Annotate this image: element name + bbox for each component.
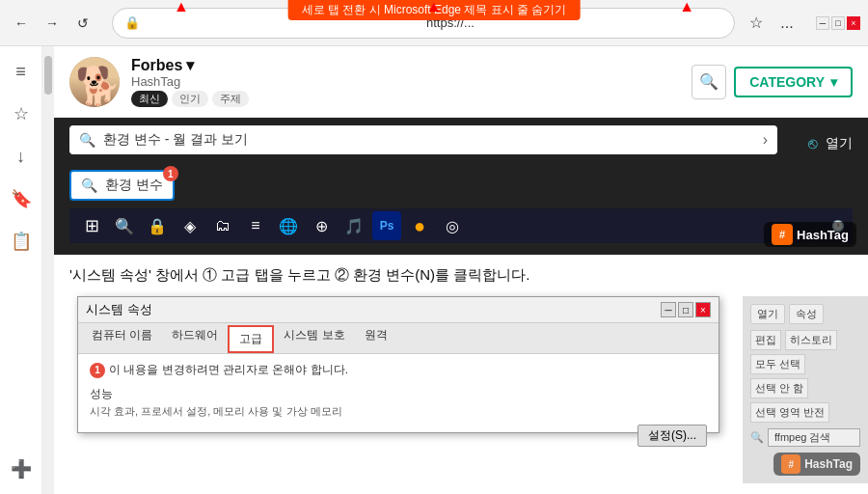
taskbar-chrome-icon[interactable]: ◎ [438,211,467,240]
taskbar-orange-icon[interactable]: ● [405,211,434,240]
dialog-titlebar: 시스템 속성 ─ □ × [78,297,719,323]
right-hashtag: # HashTag [750,453,860,476]
popup-search-container: 🔍 환경 변수 1 [69,170,175,201]
settings-button[interactable]: 설정(S)... [637,425,707,447]
search-icon-sm: 🔍 [79,132,95,148]
category-button[interactable]: CATEGORY ▾ [734,67,853,97]
right-hashtag-logo: # [781,454,800,474]
tab-system-protection[interactable]: 시스템 보호 [274,323,354,353]
right-hashtag-name: HashTag [804,457,853,471]
dialog-controls: ─ □ × [661,302,711,317]
close-button[interactable]: × [847,16,860,30]
forbes-subtitle: HashTag [131,74,692,89]
taskbar-plus-icon[interactable]: ⊕ [307,211,336,240]
hashtag-name: HashTag [797,228,849,242]
sidebar: ≡ ☆ ↓ 🔖 📋 ➕ [0,46,42,494]
sidebar-icon-favorites[interactable]: ☆ [4,96,39,131]
back-button[interactable]: ← [8,10,35,37]
env-search-row: 🔍 환경 변수 - 월 결과 보기 › ⎋ 열기 [69,125,853,162]
right-open-btn[interactable]: 열기 [750,304,785,324]
taskbar-edge-icon[interactable]: ◈ [176,211,204,240]
sidebar-icon-downloads[interactable]: ↓ [4,139,39,174]
nav-pills: 최신 인기 주제 [131,91,692,107]
right-search-icon: 🔍 [750,431,764,444]
taskbar-folder-icon[interactable]: 🗂 [208,211,237,240]
popup-search-text: 환경 변수 [105,177,163,194]
window-controls: ─ □ × [816,16,860,30]
browser-actions: ☆ ... ─ □ × [743,10,860,37]
sidebar-icon-collections[interactable]: 🔖 [4,181,39,216]
dialog-maximize-button[interactable]: □ [678,302,693,317]
minimize-button[interactable]: ─ [816,16,829,30]
admin-note: 1 이 내용을 변경하려면 관리자로 온해야 합니다. [90,362,707,378]
dialog-close-button[interactable]: × [695,302,711,317]
open-label: 열기 [826,135,853,152]
taskbar-icon-3[interactable]: 🔒 [143,211,172,240]
pill-popular[interactable]: 인기 [172,91,208,107]
popup-search[interactable]: 🔍 환경 변수 1 [69,170,175,201]
forbes-header: Forbes ▾ HashTag 최신 인기 주제 🔍 CATEGORY ▾ [54,46,868,118]
forward-button[interactable]: → [39,10,66,37]
right-panel-inner: 열기 속성 편집 히스토리 모두 선택 선택 안 함 선택 영역 반전 🔍 ff… [743,296,868,483]
taskbar-ps-icon[interactable]: Ps [372,211,401,240]
sidebar-icon-add[interactable]: ➕ [4,452,39,486]
right-search-row: 🔍 ffmpeg 검색 [750,428,860,447]
right-edit-btn[interactable]: 편집 [750,330,781,350]
tooltip-text: 세로 탭 전환 시 Microsoft Edge 제목 표시 줄 숨기기 [302,2,567,18]
tab-remote[interactable]: 원격 [355,323,397,353]
tab-computer-name[interactable]: 컴퓨터 이름 [82,323,162,353]
right-region-btn[interactable]: 선택 영역 반전 [750,402,829,423]
tab-hardware[interactable]: 하드웨어 [162,323,228,353]
pill-topic[interactable]: 주제 [212,91,249,107]
more-button[interactable]: ... [773,10,800,37]
popup-search-icon: 🔍 [81,178,97,193]
taskbar-browser-icon[interactable]: 🌐 [274,211,303,240]
search-button[interactable]: 🔍 [692,65,726,99]
hashtag-logo: # [772,224,793,245]
taskbar-search-button[interactable]: 🔍 [110,211,139,240]
pill-latest[interactable]: 최신 [131,91,168,107]
avatar-dog-image [69,57,120,107]
right-attr-btn[interactable]: 속성 [789,304,824,324]
nav-buttons: ← → ↺ [8,10,96,37]
hashtag-watermark: # HashTag [764,222,856,247]
perf-section: 성능 시각 효과, 프로세서 설정, 메모리 사용 및 가상 메모리 [90,386,707,419]
forbes-name: Forbes ▾ [131,56,692,74]
favorites-button[interactable]: ☆ [743,10,770,37]
open-icon: ⎋ [808,135,818,152]
open-btn-row: ⎋ 열기 [808,135,853,152]
maximize-button[interactable]: □ [831,16,845,30]
admin-badge: 1 [90,363,105,378]
browser-chrome: ▲ ▲ ▲ 세로 탭 전환 시 Microsoft Edge 제목 표시 줄 숨… [0,0,868,46]
content-area: Forbes ▾ HashTag 최신 인기 주제 🔍 CATEGORY ▾ [54,46,868,494]
taskbar: ⊞ 🔍 🔒 ◈ 🗂 ≡ 🌐 ⊕ 🎵 Ps ● ◎ 🕐 [69,208,853,243]
right-toolbar: 열기 속성 [750,304,860,324]
right-history-btn[interactable]: 히스토리 [785,330,837,350]
dialog-body: 1 이 내용을 변경하려면 관리자로 온해야 합니다. 성능 시각 효과, 프로… [78,354,719,432]
tab-advanced[interactable]: 고급 [228,325,274,353]
right-search-input[interactable]: ffmpeg 검색 [768,428,860,447]
dialog-minimize-button[interactable]: ─ [661,302,676,317]
taskbar-menu-icon[interactable]: ≡ [241,211,270,240]
right-select-partial-btn[interactable]: 선택 안 함 [750,378,808,398]
sidebar-icon-history[interactable]: 📋 [4,224,39,259]
category-arrow-icon: ▾ [830,74,837,90]
tooltip-banner: 세로 탭 전환 시 Microsoft Edge 제목 표시 줄 숨기기 [288,0,581,20]
env-var-search[interactable]: 🔍 환경 변수 - 월 결과 보기 › [69,125,777,154]
sidebar-icon-menu[interactable]: ≡ [4,54,39,89]
forbes-info: Forbes ▾ HashTag 최신 인기 주제 [131,56,692,107]
right-select-all-btn[interactable]: 모두 선택 [750,354,805,374]
dropdown-icon[interactable]: ▾ [186,56,194,74]
refresh-button[interactable]: ↺ [69,10,96,37]
avatar [69,57,120,107]
dialog-container: 시스템 속성 ─ □ × 컴퓨터 이름 하드웨어 고급 시스템 보호 원격 [54,296,743,483]
dialog-title: 시스템 속성 [86,301,152,318]
admin-note-text: 이 내용을 변경하려면 관리자로 온해야 합니다. [109,362,348,378]
dialog-tabs: 컴퓨터 이름 하드웨어 고급 시스템 보호 원격 [78,323,719,354]
main-layout: ≡ ☆ ↓ 🔖 📋 ➕ Forbes ▾ HashTag 최신 인기 [0,46,868,494]
search-arrow-icon: › [763,131,768,149]
taskbar-media-icon[interactable]: 🎵 [339,211,368,240]
scrollbar[interactable] [42,46,54,494]
taskbar-start-button[interactable]: ⊞ [77,211,106,240]
env-var-label: 환경 변수 - 월 결과 보기 [103,131,763,149]
